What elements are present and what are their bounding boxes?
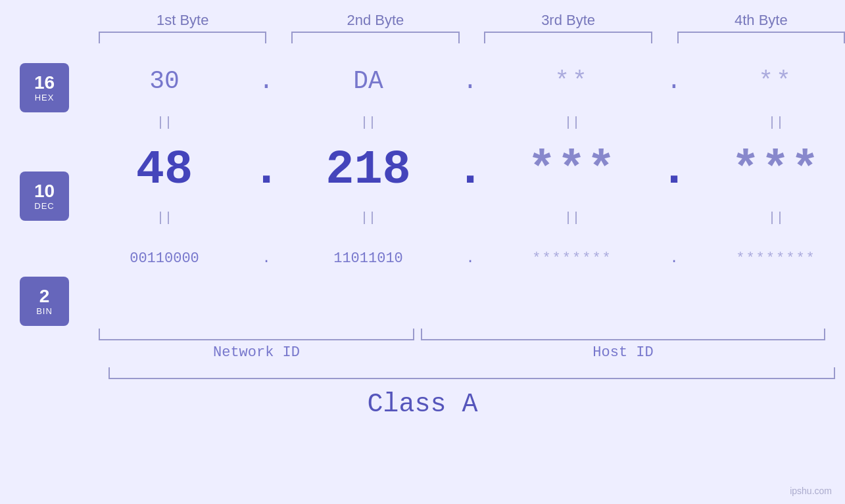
hex-value-2: DA (353, 67, 383, 95)
hex-row: 30 . DA . ** . ** (76, 50, 845, 112)
bin-cell-4: ******** (687, 250, 845, 267)
bin-value-2: 11011010 (333, 250, 403, 267)
host-bracket (421, 329, 825, 340)
bracket-3 (484, 32, 652, 43)
class-label: Class A (0, 390, 845, 419)
hex-dot-3: . (661, 67, 687, 95)
bin-cell-1: 00110000 (76, 250, 253, 267)
top-brackets (0, 32, 845, 43)
dec-dot-3: . (661, 143, 687, 197)
hex-value-1: 30 (149, 67, 180, 95)
dec-cell-4: *** (687, 143, 845, 197)
host-id-label: Host ID (421, 344, 825, 361)
bracket-2 (291, 32, 459, 43)
byte-header-2: 2nd Byte (291, 12, 459, 29)
bracket-1 (99, 32, 266, 43)
network-bracket (99, 329, 414, 340)
sep-1-1: || (76, 115, 253, 130)
bin-badge-number: 2 (39, 286, 50, 307)
sep-row-2: || || || || (76, 208, 845, 227)
bracket-4 (677, 32, 845, 43)
dec-cell-2: 218 (279, 143, 457, 197)
content-area: 16 HEX 10 DEC 2 BIN 30 . DA (0, 50, 845, 326)
hex-dot-1: . (253, 67, 279, 95)
dec-badge-number: 10 (34, 181, 55, 202)
byte-header-1: 1st Byte (99, 12, 266, 29)
bin-cell-2: 11011010 (279, 250, 457, 267)
dec-cell-3: *** (483, 143, 661, 197)
bin-badge: 2 BIN (20, 277, 69, 326)
header-row: 1st Byte 2nd Byte 3rd Byte 4th Byte (0, 0, 845, 29)
hex-value-3: ** (554, 67, 590, 95)
sep-2-4: || (687, 210, 845, 225)
dec-value-4: *** (731, 143, 821, 197)
dec-dot-1: . (253, 143, 279, 197)
watermark: ipshu.com (790, 486, 832, 496)
hex-value-4: ** (758, 67, 794, 95)
hex-dot-2: . (457, 67, 483, 95)
dec-row: 48 . 218 . *** . *** (76, 132, 845, 208)
bin-value-1: 00110000 (130, 250, 199, 267)
network-id-label: Network ID (99, 344, 414, 361)
sep-1-4: || (687, 115, 845, 130)
main-container: 1st Byte 2nd Byte 3rd Byte 4th Byte 16 H… (0, 0, 845, 504)
byte-header-4: 4th Byte (677, 12, 845, 29)
sep-1-2: || (279, 115, 457, 130)
bin-dot-2: . (457, 250, 483, 267)
hex-badge-number: 16 (34, 73, 55, 93)
outer-bracket (109, 367, 835, 379)
bin-value-4: ******** (736, 250, 816, 267)
id-labels-row: Network ID Host ID (0, 344, 845, 361)
dec-badge-label: DEC (34, 201, 54, 211)
hex-cell-3: ** (483, 67, 661, 95)
dec-value-3: *** (527, 143, 617, 197)
hex-cell-1: 30 (76, 67, 253, 95)
sep-2-1: || (76, 210, 253, 225)
sep-1-3: || (483, 115, 661, 130)
dec-value-2: 218 (326, 143, 411, 197)
dec-dot-2: . (457, 143, 483, 197)
dec-badge: 10 DEC (20, 172, 69, 221)
values-grid: 30 . DA . ** . ** || || (76, 50, 845, 290)
bin-row: 00110000 . 11011010 . ******** . *******… (76, 227, 845, 290)
bin-dot-3: . (661, 250, 687, 267)
sep-2-3: || (483, 210, 661, 225)
dec-cell-1: 48 (76, 143, 253, 197)
dec-value-1: 48 (136, 143, 193, 197)
badges-column: 16 HEX 10 DEC 2 BIN (20, 50, 69, 326)
byte-header-3: 3rd Byte (484, 12, 652, 29)
bin-value-3: ******** (532, 250, 612, 267)
bin-cell-3: ******** (483, 250, 661, 267)
bin-dot-1: . (253, 250, 279, 267)
sep-row-1: || || || || (76, 112, 845, 132)
hex-cell-2: DA (279, 67, 457, 95)
hex-badge-label: HEX (35, 93, 55, 103)
hex-badge: 16 HEX (20, 63, 69, 112)
bin-badge-label: BIN (36, 306, 53, 316)
bottom-brackets (0, 329, 845, 340)
hex-cell-4: ** (687, 67, 845, 95)
sep-2-2: || (279, 210, 457, 225)
